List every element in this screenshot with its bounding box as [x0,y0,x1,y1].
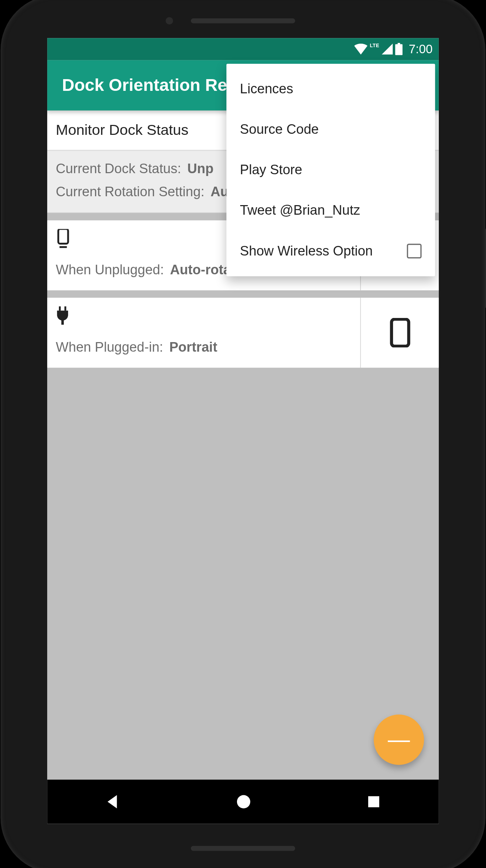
phone-speaker [191,846,295,851]
setting-plugged-action[interactable] [360,298,438,368]
monitor-dock-label: Monitor Dock Status [56,121,188,138]
svg-rect-6 [391,319,408,346]
battery-icon [395,43,403,55]
menu-item-licences-label: Licences [240,81,293,97]
setting-unplugged-label: When Unplugged: [56,262,164,278]
fab-remove[interactable]: — [374,715,424,765]
nav-home[interactable] [236,794,252,810]
home-icon [236,794,252,810]
phone-frame: LTE 7:00 Dock Orientation Re Monitor Doc… [1,0,486,868]
plug-icon [56,306,69,325]
rotation-status-label: Current Rotation Setting: [56,184,204,200]
svg-rect-3 [60,246,67,248]
svg-rect-5 [65,306,66,311]
lte-badge: LTE [370,43,379,48]
dock-status-label: Current Dock Status: [56,161,181,177]
setting-plugged-label: When Plugged-in: [56,340,163,356]
nav-back[interactable] [105,794,121,810]
setting-plugged[interactable]: When Plugged-in: Portrait [47,298,439,368]
svg-rect-0 [395,44,403,55]
menu-item-wireless-option[interactable]: Show Wireless Option [226,231,435,271]
svg-point-7 [237,795,250,808]
svg-rect-4 [59,306,61,311]
menu-item-source-code-label: Source Code [240,121,319,137]
svg-rect-8 [368,796,379,807]
phone-dock-icon [56,229,71,248]
nav-bar [47,780,439,824]
screen: LTE 7:00 Dock Orientation Re Monitor Doc… [47,38,439,824]
dock-status-value: Unp [187,161,214,177]
fab-glyph: — [388,727,410,753]
svg-rect-1 [398,43,400,45]
menu-item-play-store[interactable]: Play Store [226,150,435,190]
wifi-icon [354,44,368,55]
setting-plugged-left: When Plugged-in: Portrait [47,298,360,368]
setting-plugged-value: Portrait [169,340,217,356]
status-clock: 7:00 [409,42,432,56]
menu-item-source-code[interactable]: Source Code [226,109,435,150]
menu-item-play-store-label: Play Store [240,162,302,178]
overflow-menu: Licences Source Code Play Store Tweet @B… [226,64,435,276]
menu-item-tweet[interactable]: Tweet @Brian_Nutz [226,190,435,231]
status-bar: LTE 7:00 [47,38,439,60]
nav-recent[interactable] [366,795,381,809]
back-icon [105,794,121,810]
signal-icon [382,44,393,55]
svg-rect-2 [58,229,68,244]
menu-item-tweet-label: Tweet @Brian_Nutz [240,203,360,219]
menu-item-wireless-label: Show Wireless Option [240,243,372,259]
portrait-icon [389,318,411,347]
menu-item-licences[interactable]: Licences [226,69,435,109]
recent-icon [366,795,381,809]
wireless-checkbox[interactable] [407,244,422,259]
app-title: Dock Orientation Re [62,76,227,95]
